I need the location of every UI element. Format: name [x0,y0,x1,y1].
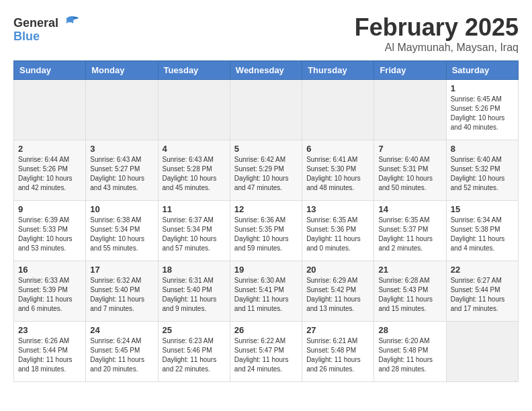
day-info: Sunrise: 6:43 AM Sunset: 5:27 PM Dayligh… [90,155,153,193]
day-number: 3 [90,144,153,154]
day-number: 14 [378,204,441,214]
week-row-2: 2Sunrise: 6:44 AM Sunset: 5:26 PM Daylig… [14,140,519,201]
calendar-cell [446,322,518,382]
week-row-4: 16Sunrise: 6:33 AM Sunset: 5:39 PM Dayli… [14,261,519,322]
day-number: 8 [451,144,514,154]
weekday-header-monday: Monday [86,61,158,80]
calendar-cell: 10Sunrise: 6:38 AM Sunset: 5:34 PM Dayli… [86,201,158,261]
calendar-cell: 15Sunrise: 6:34 AM Sunset: 5:38 PM Dayli… [446,201,518,261]
calendar-cell: 13Sunrise: 6:35 AM Sunset: 5:36 PM Dayli… [302,201,374,261]
calendar-cell: 2Sunrise: 6:44 AM Sunset: 5:26 PM Daylig… [14,140,86,201]
day-info: Sunrise: 6:32 AM Sunset: 5:40 PM Dayligh… [90,276,153,314]
logo-bird-icon [60,13,79,32]
day-number: 16 [18,265,81,275]
calendar-cell: 1Sunrise: 6:45 AM Sunset: 5:26 PM Daylig… [446,80,518,140]
calendar-cell: 3Sunrise: 6:43 AM Sunset: 5:27 PM Daylig… [86,140,158,201]
day-number: 23 [18,325,81,335]
header: General Blue February 2025 Al Maymunah, … [13,13,519,54]
day-info: Sunrise: 6:42 AM Sunset: 5:29 PM Dayligh… [234,155,298,193]
day-number: 17 [90,265,153,275]
calendar-cell: 22Sunrise: 6:27 AM Sunset: 5:44 PM Dayli… [446,261,518,322]
day-info: Sunrise: 6:39 AM Sunset: 5:33 PM Dayligh… [18,216,81,253]
calendar-cell: 14Sunrise: 6:35 AM Sunset: 5:37 PM Dayli… [374,201,446,261]
calendar-cell [230,80,302,140]
day-number: 2 [18,144,81,154]
week-row-3: 9Sunrise: 6:39 AM Sunset: 5:33 PM Daylig… [14,201,519,261]
location-title: Al Maymunah, Maysan, Iraq [355,42,519,54]
day-number: 5 [234,144,298,154]
calendar: SundayMondayTuesdayWednesdayThursdayFrid… [13,60,519,382]
day-number: 15 [451,204,514,214]
weekday-header-saturday: Saturday [446,61,518,80]
calendar-cell: 20Sunrise: 6:29 AM Sunset: 5:42 PM Dayli… [302,261,374,322]
day-info: Sunrise: 6:30 AM Sunset: 5:41 PM Dayligh… [234,276,298,314]
day-info: Sunrise: 6:35 AM Sunset: 5:37 PM Dayligh… [378,216,441,253]
weekday-header-thursday: Thursday [302,61,374,80]
day-info: Sunrise: 6:40 AM Sunset: 5:32 PM Dayligh… [451,155,514,193]
day-info: Sunrise: 6:24 AM Sunset: 5:45 PM Dayligh… [90,336,153,374]
day-number: 28 [378,325,441,335]
day-info: Sunrise: 6:41 AM Sunset: 5:30 PM Dayligh… [306,155,369,193]
calendar-cell: 4Sunrise: 6:43 AM Sunset: 5:28 PM Daylig… [158,140,230,201]
calendar-cell: 21Sunrise: 6:28 AM Sunset: 5:43 PM Dayli… [374,261,446,322]
calendar-cell: 16Sunrise: 6:33 AM Sunset: 5:39 PM Dayli… [14,261,86,322]
day-number: 9 [18,204,81,214]
day-info: Sunrise: 6:26 AM Sunset: 5:44 PM Dayligh… [18,336,81,374]
week-row-5: 23Sunrise: 6:26 AM Sunset: 5:44 PM Dayli… [14,322,519,382]
calendar-cell [14,80,86,140]
day-number: 7 [378,144,441,154]
day-info: Sunrise: 6:44 AM Sunset: 5:26 PM Dayligh… [18,155,81,193]
day-number: 24 [90,325,153,335]
day-info: Sunrise: 6:43 AM Sunset: 5:28 PM Dayligh… [163,155,226,193]
calendar-cell: 28Sunrise: 6:20 AM Sunset: 5:48 PM Dayli… [374,322,446,382]
calendar-cell: 27Sunrise: 6:21 AM Sunset: 5:48 PM Dayli… [302,322,374,382]
calendar-cell [302,80,374,140]
day-number: 21 [378,265,441,275]
day-info: Sunrise: 6:35 AM Sunset: 5:36 PM Dayligh… [306,216,369,253]
calendar-cell: 12Sunrise: 6:36 AM Sunset: 5:35 PM Dayli… [230,201,302,261]
calendar-cell [374,80,446,140]
weekday-header-wednesday: Wednesday [230,61,302,80]
calendar-cell: 11Sunrise: 6:37 AM Sunset: 5:34 PM Dayli… [158,201,230,261]
calendar-cell: 7Sunrise: 6:40 AM Sunset: 5:31 PM Daylig… [374,140,446,201]
day-number: 18 [163,265,226,275]
calendar-cell: 6Sunrise: 6:41 AM Sunset: 5:30 PM Daylig… [302,140,374,201]
calendar-cell: 19Sunrise: 6:30 AM Sunset: 5:41 PM Dayli… [230,261,302,322]
month-title: February 2025 [355,13,519,42]
day-info: Sunrise: 6:34 AM Sunset: 5:38 PM Dayligh… [451,216,514,253]
day-info: Sunrise: 6:33 AM Sunset: 5:39 PM Dayligh… [18,276,81,314]
calendar-cell: 18Sunrise: 6:31 AM Sunset: 5:40 PM Dayli… [158,261,230,322]
day-number: 10 [90,204,153,214]
calendar-cell: 5Sunrise: 6:42 AM Sunset: 5:29 PM Daylig… [230,140,302,201]
calendar-cell: 24Sunrise: 6:24 AM Sunset: 5:45 PM Dayli… [86,322,158,382]
logo-general: General [13,16,58,30]
day-number: 13 [306,204,369,214]
day-number: 6 [306,144,369,154]
day-info: Sunrise: 6:31 AM Sunset: 5:40 PM Dayligh… [163,276,226,314]
day-info: Sunrise: 6:22 AM Sunset: 5:47 PM Dayligh… [234,336,298,374]
day-number: 11 [163,204,226,214]
day-info: Sunrise: 6:37 AM Sunset: 5:34 PM Dayligh… [163,216,226,253]
day-number: 12 [234,204,298,214]
calendar-cell: 23Sunrise: 6:26 AM Sunset: 5:44 PM Dayli… [14,322,86,382]
day-info: Sunrise: 6:20 AM Sunset: 5:48 PM Dayligh… [378,336,441,374]
weekday-header-tuesday: Tuesday [158,61,230,80]
day-info: Sunrise: 6:40 AM Sunset: 5:31 PM Dayligh… [378,155,441,193]
logo: General Blue [13,13,79,44]
weekday-header-friday: Friday [374,61,446,80]
day-number: 22 [451,265,514,275]
calendar-cell: 26Sunrise: 6:22 AM Sunset: 5:47 PM Dayli… [230,322,302,382]
day-number: 27 [306,325,369,335]
calendar-cell: 9Sunrise: 6:39 AM Sunset: 5:33 PM Daylig… [14,201,86,261]
week-row-1: 1Sunrise: 6:45 AM Sunset: 5:26 PM Daylig… [14,80,519,140]
day-info: Sunrise: 6:21 AM Sunset: 5:48 PM Dayligh… [306,336,369,374]
title-area: February 2025 Al Maymunah, Maysan, Iraq [355,13,519,54]
calendar-cell: 25Sunrise: 6:23 AM Sunset: 5:46 PM Dayli… [158,322,230,382]
day-number: 20 [306,265,369,275]
day-number: 26 [234,325,298,335]
weekday-header-row: SundayMondayTuesdayWednesdayThursdayFrid… [14,61,519,80]
day-info: Sunrise: 6:36 AM Sunset: 5:35 PM Dayligh… [234,216,298,253]
day-info: Sunrise: 6:38 AM Sunset: 5:34 PM Dayligh… [90,216,153,253]
logo-blue: Blue [13,30,40,44]
day-number: 19 [234,265,298,275]
